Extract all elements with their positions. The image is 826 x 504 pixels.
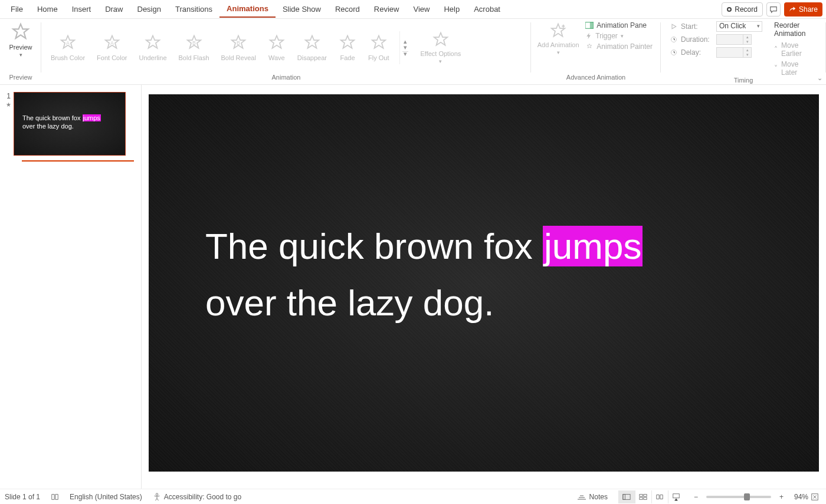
chevron-down-icon: ˅ <box>774 64 778 73</box>
comments-button[interactable] <box>766 2 781 17</box>
svg-rect-14 <box>644 497 647 499</box>
chevron-down-icon: ▾ <box>557 50 560 55</box>
anim-bold-flash[interactable]: BBold Flash <box>179 34 209 61</box>
star-icon <box>303 34 321 52</box>
zoom-in-button[interactable]: + <box>776 493 787 501</box>
star-icon: B <box>185 34 203 52</box>
chevron-down-icon: ▾ <box>743 39 751 44</box>
tab-insert[interactable]: Insert <box>65 1 99 17</box>
move-later-label: Move Later <box>781 60 815 77</box>
star-icon <box>268 34 286 52</box>
view-buttons <box>618 490 684 503</box>
anim-font-color[interactable]: AFont Color <box>97 34 127 61</box>
zoom-slider-thumb[interactable] <box>744 493 750 500</box>
zoom-slider[interactable] <box>706 496 771 498</box>
duration-input[interactable]: ▴▾ <box>716 34 752 45</box>
thumbnail-pane[interactable]: 1 ★ The quick brown fox jumps over the l… <box>0 85 142 489</box>
zoom-out-button[interactable]: − <box>690 493 702 501</box>
chevron-down-icon: ▾ <box>402 51 408 56</box>
anim-bold-reveal[interactable]: BBold Reveal <box>221 34 256 61</box>
star-icon <box>11 22 31 42</box>
preview-button[interactable]: Preview ▾ <box>6 21 35 59</box>
group-animation-label: Animation <box>47 74 525 83</box>
group-advanced-animation: Add Animation ▾ Animation Pane Trigger ▾… <box>531 19 661 84</box>
anim-label: Brush Color <box>51 54 85 61</box>
anim-fly-out[interactable]: Fly Out <box>368 34 389 61</box>
anim-wave[interactable]: Wave <box>268 34 286 61</box>
anim-label: Font Color <box>97 54 127 61</box>
add-animation-label: Add Animation <box>537 41 579 48</box>
start-label: Start: <box>681 22 713 31</box>
record-button[interactable]: Record <box>722 2 763 17</box>
svg-rect-13 <box>640 497 643 499</box>
status-slide-number[interactable]: Slide 1 of 1 <box>5 493 40 501</box>
thumb-text: The quick brown fox jumps over the lazy … <box>22 114 101 130</box>
notes-label: Notes <box>589 493 608 501</box>
status-language[interactable]: English (United States) <box>70 493 142 501</box>
slide-thumbnail-1[interactable]: The quick brown fox jumps over the lazy … <box>14 92 126 156</box>
animation-pane-label: Animation Pane <box>596 21 647 29</box>
menu-bar: File Home Insert Draw Design Transitions… <box>0 0 826 19</box>
anim-disappear[interactable]: Disappear <box>297 34 327 61</box>
slide-canvas-area[interactable]: The quick brown fox jumps over the lazy … <box>142 85 826 489</box>
delay-row: Delay: ▴▾ <box>670 47 762 58</box>
tab-design[interactable]: Design <box>130 1 168 17</box>
tab-transitions[interactable]: Transitions <box>168 1 219 17</box>
tab-view[interactable]: View <box>406 1 437 17</box>
svg-point-8 <box>156 493 158 495</box>
ribbon-collapse-button[interactable]: ⌄ <box>817 74 822 82</box>
trigger-label: Trigger <box>595 32 618 40</box>
animation-gallery[interactable]: ABrush Color AFont Color Underline BBold… <box>47 32 392 64</box>
status-spellcheck[interactable] <box>51 493 59 501</box>
tab-record[interactable]: Record <box>328 1 367 17</box>
lightning-icon <box>585 32 592 39</box>
trigger-button[interactable]: Trigger ▾ <box>585 32 653 40</box>
tab-acrobat[interactable]: Acrobat <box>467 1 507 17</box>
tab-slideshow[interactable]: Slide Show <box>276 1 328 17</box>
fit-to-window-button[interactable] <box>808 493 821 501</box>
share-button[interactable]: Share <box>784 2 822 17</box>
effect-options-button[interactable]: Effect Options ▾ <box>418 30 463 65</box>
group-timing-label: Timing <box>667 77 820 84</box>
delay-input[interactable]: ▴▾ <box>716 47 752 58</box>
move-earlier-button[interactable]: ˄Move Earlier <box>774 41 815 58</box>
normal-view-button[interactable] <box>618 490 635 503</box>
reading-view-button[interactable] <box>651 490 668 503</box>
chevron-up-icon: ▴ <box>743 35 751 39</box>
anim-underline[interactable]: Underline <box>139 34 166 61</box>
tab-animations[interactable]: Animations <box>219 1 276 18</box>
tab-review[interactable]: Review <box>367 1 407 17</box>
tab-home[interactable]: Home <box>30 1 65 17</box>
book-icon <box>51 493 59 501</box>
move-later-button[interactable]: ˅Move Later <box>774 60 815 77</box>
animation-pane-button[interactable]: Animation Pane <box>585 21 653 29</box>
svg-rect-11 <box>640 494 643 496</box>
add-animation-button[interactable]: Add Animation ▾ <box>537 21 579 57</box>
thumb-text-after: over the lazy dog. <box>22 123 74 130</box>
slide-1[interactable]: The quick brown fox jumps over the lazy … <box>149 94 819 472</box>
slideshow-view-button[interactable] <box>668 490 684 503</box>
tab-file[interactable]: File <box>4 1 30 17</box>
tab-draw[interactable]: Draw <box>98 1 130 17</box>
slide-text[interactable]: The quick brown fox jumps over the lazy … <box>205 218 643 331</box>
status-accessibility[interactable]: Accessibility: Good to go <box>153 493 241 501</box>
animation-painter-button[interactable]: Animation Painter <box>585 42 653 51</box>
anim-label: Bold Reveal <box>221 54 256 61</box>
group-preview: Preview ▾ Preview <box>0 19 41 84</box>
chevron-down-icon: ⌄ <box>817 74 822 81</box>
delay-label: Delay: <box>681 48 713 57</box>
anim-label: Wave <box>268 54 285 61</box>
gallery-more-button[interactable]: ▴ ▾ ▾ <box>399 31 411 64</box>
anim-brush-color[interactable]: ABrush Color <box>51 34 85 61</box>
zoom-value[interactable]: 94% <box>787 493 808 501</box>
record-dot-icon <box>727 7 732 12</box>
anim-label: Disappear <box>297 54 327 61</box>
star-plus-icon <box>549 22 567 40</box>
start-select[interactable]: On Click ▾ <box>716 21 762 32</box>
anim-fade[interactable]: Fade <box>339 34 356 61</box>
sorter-view-button[interactable] <box>635 490 651 503</box>
tab-help[interactable]: Help <box>437 1 467 17</box>
svg-text:B: B <box>237 39 240 45</box>
thumb-selection-underline <box>22 160 134 162</box>
notes-button[interactable]: Notes <box>577 493 608 501</box>
